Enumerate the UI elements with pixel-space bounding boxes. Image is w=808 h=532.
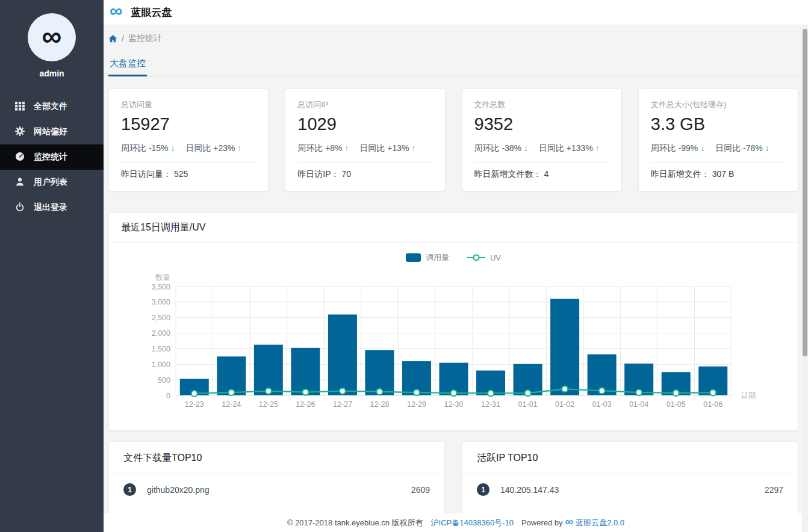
down-arrow-icon: ↓ <box>700 143 704 153</box>
svg-text:2,500: 2,500 <box>152 314 170 322</box>
trend-down: 日同比 -78% ↓ <box>715 143 769 154</box>
chart-legend: 调用量 UV <box>109 252 798 263</box>
down-arrow-icon: ↓ <box>170 143 175 153</box>
svg-text:12-26: 12-26 <box>296 400 315 409</box>
svg-text:1,500: 1,500 <box>152 345 170 353</box>
svg-text:01-06: 01-06 <box>703 400 723 409</box>
app-header: ∞ 蓝眼云盘 <box>104 0 808 25</box>
stat-card-footer-value: 4 <box>544 169 549 179</box>
stat-card: 总访问IP 1029 周环比 +8% ↑日同比 +13% ↑ 昨日访IP： 70 <box>285 88 445 191</box>
legend-item-calls[interactable]: 调用量 <box>406 252 449 263</box>
divider <box>651 162 786 162</box>
footer-logo-icon: ∞ <box>565 516 574 527</box>
trend-up: 日同比 +133% ↑ <box>539 143 600 154</box>
stat-card-trends: 周环比 +8% ↑日同比 +13% ↑ <box>297 143 432 154</box>
product-link[interactable]: 蓝眼云盘2.0.0 <box>576 518 624 528</box>
avatar[interactable]: ∞ <box>28 13 76 61</box>
stat-card-title: 文件总大小(包括缓存) <box>651 99 786 110</box>
stat-card-footer-value: 525 <box>174 169 188 179</box>
tab-bar: 大盘监控 <box>108 58 798 76</box>
stat-card: 总访问量 15927 周环比 -15% ↓日同比 +23% ↑ 昨日访问量： 5… <box>108 88 269 191</box>
svg-text:12-29: 12-29 <box>407 400 426 409</box>
rank-badge: 1 <box>123 483 136 496</box>
svg-text:3,500: 3,500 <box>152 283 170 291</box>
uv-bar-line-chart: 05001,0001,5002,0002,5003,0003,500数量12-2… <box>109 271 797 417</box>
svg-text:数量: 数量 <box>155 273 170 282</box>
scrollbar-thumb[interactable] <box>803 29 807 356</box>
svg-text:01-03: 01-03 <box>592 400 612 409</box>
scrollbar-track[interactable] <box>802 25 808 532</box>
list-item: 1 140.205.147.43 2297 <box>462 474 798 505</box>
sidebar-item-site-pref[interactable]: 网站偏好 <box>0 119 104 144</box>
legend-item-uv[interactable]: UV <box>467 253 501 262</box>
list-item-value: 2609 <box>411 485 430 495</box>
trend-up: 日同比 +13% ↑ <box>359 143 415 154</box>
stat-card-title: 总访问IP <box>297 99 432 110</box>
list-item-name: 140.205.147.43 <box>500 485 559 495</box>
gear-icon <box>15 126 25 138</box>
up-arrow-icon: ↑ <box>411 143 415 153</box>
app-title: 蓝眼云盘 <box>131 5 172 19</box>
stat-card-footer-value: 307 B <box>712 169 735 179</box>
active-ip-top10-title: 活跃IP TOP10 <box>462 442 798 474</box>
tab-dashboard-monitor[interactable]: 大盘监控 <box>108 58 147 76</box>
svg-text:12-23: 12-23 <box>185 400 204 409</box>
rank-badge: 1 <box>477 483 489 496</box>
list-item-value: 2297 <box>765 485 783 495</box>
up-arrow-icon: ↑ <box>344 143 349 153</box>
divider <box>121 162 256 162</box>
stat-card-footer-label: 昨日访问量： <box>121 169 172 179</box>
stat-card-title: 总访问量 <box>121 99 256 110</box>
svg-text:2,000: 2,000 <box>152 329 170 338</box>
username-label: admin <box>0 69 104 78</box>
svg-text:日期: 日期 <box>741 391 756 400</box>
breadcrumb: / 监控统计 <box>108 33 798 44</box>
trend-up: 日同比 +23% ↑ <box>185 143 241 154</box>
svg-text:12-30: 12-30 <box>444 400 464 409</box>
stat-card-trends: 周环比 -15% ↓日同比 +23% ↑ <box>121 143 256 154</box>
stat-card-footer-value: 70 <box>341 169 351 179</box>
stat-card-value: 1029 <box>297 114 432 134</box>
svg-text:3,000: 3,000 <box>152 298 170 306</box>
stat-card-footer-label: 昨日新增文件数： <box>474 169 542 179</box>
trend-down: 周环比 -38% ↓ <box>474 143 528 154</box>
gauge-icon <box>15 152 25 163</box>
sidebar-item-monitor[interactable]: 监控统计 <box>0 144 104 170</box>
svg-text:12-31: 12-31 <box>481 400 500 409</box>
icp-link[interactable]: 沪ICP备14038360号-10 <box>431 518 514 528</box>
grid-icon <box>15 101 25 113</box>
user-icon <box>15 177 25 188</box>
app-logo-icon: ∞ <box>110 2 122 20</box>
svg-text:12-27: 12-27 <box>333 400 352 409</box>
stat-card-title: 文件总数 <box>474 99 609 110</box>
sidebar-item-logout[interactable]: 退出登录 <box>0 195 104 220</box>
stat-card: 文件总数 9352 周环比 -38% ↓日同比 +133% ↑ 昨日新增文件数：… <box>462 88 622 191</box>
up-arrow-icon: ↑ <box>595 143 600 153</box>
divider <box>474 162 609 162</box>
stat-card-footer-label: 昨日访IP： <box>297 169 339 179</box>
chart-panel: 最近15日调用量/UV 调用量 UV 05001,0001,5002,0002,… <box>108 212 798 431</box>
svg-text:12-24: 12-24 <box>222 400 241 409</box>
trend-down: 周环比 -99% ↓ <box>651 143 704 154</box>
home-icon[interactable] <box>108 34 117 43</box>
power-icon <box>15 202 25 214</box>
download-top10-title: 文件下载量TOP10 <box>109 442 444 474</box>
svg-text:01-02: 01-02 <box>555 400 574 409</box>
svg-text:01-01: 01-01 <box>518 400 538 409</box>
svg-text:01-04: 01-04 <box>629 400 648 409</box>
sidebar-item-user-list[interactable]: 用户列表 <box>0 170 104 195</box>
main-content: / 监控统计 大盘监控 总访问量 15927 周环比 -15% ↓日同比 +23… <box>104 25 808 532</box>
sidebar-item-all-files[interactable]: 全部文件 <box>0 94 104 119</box>
divider <box>297 162 432 162</box>
trend-down: 周环比 -15% ↓ <box>121 143 175 154</box>
stat-card: 文件总大小(包括缓存) 3.3 GB 周环比 -99% ↓日同比 -78% ↓ … <box>638 88 798 191</box>
stat-card-footer-label: 昨日新增文件： <box>651 169 710 179</box>
svg-text:1,000: 1,000 <box>152 360 170 369</box>
powered-by-text: Powered by <box>521 518 563 527</box>
sidebar: ∞ admin 全部文件 网站偏好 监控统计 用户列表 退出登录 <box>0 0 104 532</box>
down-arrow-icon: ↓ <box>524 143 528 153</box>
bar-swatch-icon <box>406 253 421 262</box>
chart-panel-title: 最近15日调用量/UV <box>109 213 798 243</box>
stat-card-trends: 周环比 -99% ↓日同比 -78% ↓ <box>651 143 786 154</box>
avatar-infinity-logo: ∞ <box>42 22 62 50</box>
